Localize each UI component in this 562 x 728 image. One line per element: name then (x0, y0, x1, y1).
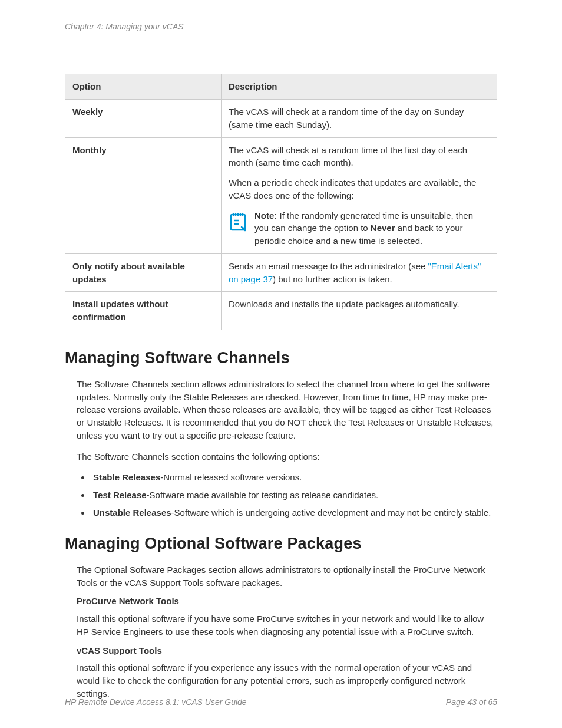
option-monthly: Monthly (65, 137, 222, 253)
table-header-row: Option Description (65, 74, 497, 100)
page-footer: HP Remote Device Access 8.1: vCAS User G… (65, 696, 497, 708)
desc-weekly: The vCAS will check at a random time of … (222, 100, 497, 138)
note-label: Note: (254, 210, 277, 220)
table-row: Install updates without confirmation Dow… (65, 292, 497, 330)
channels-para1: The Software Channels section allows adm… (77, 378, 497, 442)
bullet-text: -Software which is undergoing active dev… (171, 508, 491, 518)
heading-software-channels: Managing Software Channels (65, 347, 497, 370)
list-item: Stable Releases-Normal released software… (91, 471, 497, 484)
vcas-support-para: Install this optional software if you ex… (77, 661, 497, 700)
table-row: Only notify about available updates Send… (65, 253, 497, 292)
bullet-bold: Test Release (93, 490, 147, 500)
subhead-vcas-support: vCAS Support Tools (77, 644, 497, 657)
bullet-text: -Software made available for testing as … (147, 490, 379, 500)
monthly-para2: When a periodic check indicates that upd… (229, 176, 490, 202)
procurve-para: Install this optional software if you ha… (77, 612, 497, 638)
channels-list: Stable Releases-Normal released software… (91, 471, 497, 519)
packages-para1: The Optional Software Packages section a… (77, 564, 497, 589)
heading-optional-packages: Managing Optional Software Packages (65, 532, 497, 555)
table-row: Weekly The vCAS will check at a random t… (65, 100, 497, 138)
note-icon (229, 210, 247, 232)
desc-install-noconfirm: Downloads and installs the update packag… (222, 292, 497, 330)
list-item: Test Release-Software made available for… (91, 489, 497, 502)
bullet-bold: Stable Releases (93, 472, 160, 482)
note-text: Note: If the randomly generated time is … (254, 209, 490, 248)
option-weekly: Weekly (65, 100, 222, 138)
note-block: Note: If the randomly generated time is … (229, 209, 490, 248)
options-table: Option Description Weekly The vCAS will … (65, 74, 497, 330)
header-option: Option (65, 74, 222, 100)
footer-right: Page 43 of 65 (446, 696, 497, 708)
footer-left: HP Remote Device Access 8.1: vCAS User G… (65, 696, 247, 708)
option-only-notify: Only notify about available updates (65, 253, 222, 292)
bullet-text: -Normal released software versions. (160, 472, 302, 482)
desc-only-notify: Sends an email message to the administra… (222, 253, 497, 292)
notify-text1: Sends an email message to the administra… (229, 261, 428, 271)
header-description: Description (222, 74, 497, 100)
list-item: Unstable Releases-Software which is unde… (91, 506, 497, 519)
table-row: Monthly The vCAS will check at a random … (65, 137, 497, 253)
option-install-noconfirm: Install updates without confirmation (65, 292, 222, 330)
bullet-bold: Unstable Releases (93, 508, 171, 518)
channels-para2: The Software Channels section contains t… (77, 450, 497, 463)
desc-monthly: The vCAS will check at a random time of … (222, 137, 497, 253)
subhead-procurve: ProCurve Network Tools (77, 595, 497, 608)
note-never: Never (371, 223, 395, 233)
chapter-header: Chapter 4: Managing your vCAS (65, 21, 497, 32)
notify-text2: ) but no further action is taken. (273, 274, 392, 284)
monthly-para1: The vCAS will check at a random time of … (229, 144, 490, 170)
